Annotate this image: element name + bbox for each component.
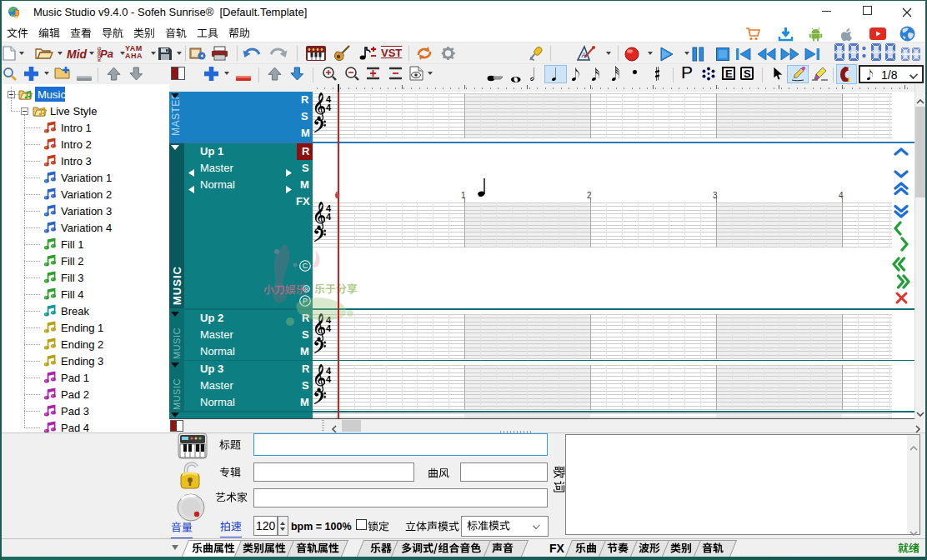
svg-text:A: A [582,51,587,59]
